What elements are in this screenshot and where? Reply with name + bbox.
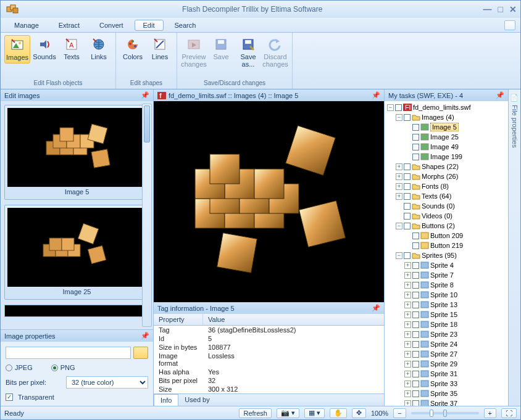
tree-checkbox[interactable] bbox=[404, 213, 411, 220]
tree-node[interactable]: +Sprite 18 bbox=[386, 319, 507, 329]
expander-icon[interactable]: + bbox=[396, 173, 402, 180]
tree-node[interactable]: +Sprite 8 bbox=[386, 280, 507, 290]
expander-icon[interactable]: − bbox=[387, 104, 394, 111]
zoom-in-button[interactable]: + bbox=[484, 408, 496, 418]
menu-edit[interactable]: Edit bbox=[135, 20, 164, 31]
menu-convert[interactable]: Convert bbox=[91, 20, 132, 31]
tree-checkbox[interactable] bbox=[412, 331, 419, 338]
menu-extract[interactable]: Extract bbox=[50, 20, 88, 31]
tree-node[interactable]: +Sprite 35 bbox=[386, 389, 507, 398]
tree-checkbox[interactable] bbox=[412, 361, 419, 368]
tree-checkbox[interactable] bbox=[412, 124, 419, 131]
taginfo-col-value[interactable]: Value bbox=[203, 314, 230, 325]
close-icon[interactable]: ✕ bbox=[509, 4, 517, 14]
transparent-checkbox[interactable]: ✓ bbox=[6, 393, 13, 401]
tree-checkbox[interactable] bbox=[412, 390, 419, 397]
tree-checkbox[interactable] bbox=[412, 321, 419, 328]
tree-checkbox[interactable] bbox=[404, 252, 411, 259]
expander-icon[interactable]: + bbox=[404, 341, 411, 348]
tree-checkbox[interactable] bbox=[412, 302, 419, 308]
tree-checkbox[interactable] bbox=[412, 381, 419, 387]
pin-icon[interactable]: 📌 bbox=[496, 91, 504, 99]
tree-node[interactable]: +Morphs (26) bbox=[386, 171, 507, 181]
tree-node[interactable]: −Sprites (95) bbox=[386, 250, 507, 260]
expander-icon[interactable]: + bbox=[404, 331, 411, 338]
tree-node[interactable]: +Sprite 27 bbox=[386, 349, 507, 359]
expander-icon[interactable] bbox=[396, 213, 402, 220]
tree-node[interactable]: +Sprite 23 bbox=[386, 329, 507, 339]
expander-icon[interactable]: − bbox=[396, 223, 402, 229]
ribbon-preview-button[interactable]: Preview changes bbox=[181, 35, 207, 70]
ribbon-colors-button[interactable]: Colors bbox=[120, 35, 146, 62]
bpp-select[interactable]: 32 (true color) bbox=[66, 376, 148, 389]
tree[interactable]: −Flfd_demo_limits.swf−Images (4)Image 5I… bbox=[385, 101, 508, 406]
tree-checkbox[interactable] bbox=[412, 144, 419, 150]
tree-node[interactable]: +Sprite 31 bbox=[386, 369, 507, 379]
expander-icon[interactable] bbox=[396, 203, 402, 210]
maximize-icon[interactable]: □ bbox=[498, 4, 503, 14]
menu-search[interactable]: Search bbox=[166, 20, 205, 31]
expander-icon[interactable] bbox=[404, 242, 411, 249]
zoom-slider-handle[interactable] bbox=[443, 410, 447, 417]
expander-icon[interactable]: + bbox=[404, 381, 411, 387]
zoom-slider[interactable] bbox=[411, 412, 479, 414]
ribbon-sounds-button[interactable]: Sounds bbox=[31, 35, 57, 62]
tree-checkbox[interactable] bbox=[404, 203, 411, 210]
tree-node[interactable]: Button 209 bbox=[386, 231, 507, 241]
tree-node[interactable]: +Sprite 13 bbox=[386, 300, 507, 310]
tree-node[interactable]: −Buttons (2) bbox=[386, 221, 507, 231]
expander-icon[interactable]: + bbox=[404, 272, 411, 279]
tree-node[interactable]: Videos (0) bbox=[386, 211, 507, 221]
tab-info[interactable]: Info bbox=[154, 394, 178, 406]
expander-icon[interactable] bbox=[404, 233, 411, 239]
tree-checkbox[interactable] bbox=[412, 351, 419, 358]
tree-checkbox[interactable] bbox=[412, 154, 419, 160]
expander-icon[interactable]: + bbox=[404, 262, 411, 269]
customize-button[interactable] bbox=[504, 20, 515, 30]
tree-checkbox[interactable] bbox=[412, 292, 419, 299]
tree-checkbox[interactable] bbox=[404, 223, 411, 229]
expander-icon[interactable]: + bbox=[396, 193, 402, 200]
tree-checkbox[interactable] bbox=[395, 104, 402, 111]
tree-node[interactable]: Image 49 bbox=[386, 142, 507, 152]
expander-icon[interactable]: + bbox=[404, 400, 411, 406]
view-mode-button[interactable]: ▦▾ bbox=[304, 408, 325, 418]
tree-node[interactable]: +Sprite 24 bbox=[386, 339, 507, 349]
tab-usedby[interactable]: Used by bbox=[178, 394, 215, 406]
expander-icon[interactable]: + bbox=[404, 292, 411, 299]
tree-node[interactable]: +Sprite 7 bbox=[386, 270, 507, 280]
ribbon-links-button[interactable]: Links bbox=[86, 35, 112, 62]
tree-checkbox[interactable] bbox=[412, 371, 419, 377]
tree-node[interactable]: Image 25 bbox=[386, 132, 507, 142]
tree-node[interactable]: +Shapes (22) bbox=[386, 162, 507, 171]
tree-node[interactable]: +Sprite 33 bbox=[386, 379, 507, 389]
hand-button[interactable]: ✋ bbox=[330, 408, 347, 418]
tree-checkbox[interactable] bbox=[412, 311, 419, 318]
tree-checkbox[interactable] bbox=[412, 272, 419, 279]
expander-icon[interactable]: − bbox=[396, 252, 402, 259]
ribbon-texts-button[interactable]: A Texts bbox=[59, 35, 85, 62]
minimize-icon[interactable]: — bbox=[483, 4, 492, 14]
tree-node[interactable]: Sounds (0) bbox=[386, 201, 507, 211]
ribbon-lines-button[interactable]: Lines bbox=[147, 35, 173, 62]
tree-node[interactable]: +Sprite 37 bbox=[386, 398, 507, 406]
tree-checkbox[interactable] bbox=[412, 242, 419, 249]
tree-node[interactable]: −Flfd_demo_limits.swf bbox=[386, 102, 507, 112]
refresh-button[interactable]: Refresh bbox=[239, 408, 272, 418]
pin-icon[interactable]: 📌 bbox=[141, 91, 149, 99]
expander-icon[interactable]: + bbox=[404, 321, 411, 328]
file-properties-tab[interactable]: 📄 File properties bbox=[508, 89, 520, 406]
tree-node[interactable]: +Sprite 29 bbox=[386, 359, 507, 369]
tree-node[interactable]: Button 219 bbox=[386, 241, 507, 250]
ribbon-discard-button[interactable]: Discard changes bbox=[262, 35, 288, 70]
expander-icon[interactable]: + bbox=[396, 163, 402, 170]
tree-checkbox[interactable] bbox=[404, 114, 411, 121]
tree-node[interactable]: Image 5 bbox=[386, 122, 507, 132]
tree-node[interactable]: +Sprite 10 bbox=[386, 290, 507, 300]
zoom-slider-marker[interactable] bbox=[430, 410, 433, 417]
thumbs-scrollbar[interactable] bbox=[142, 104, 152, 327]
expander-icon[interactable]: − bbox=[396, 114, 402, 121]
expander-icon[interactable]: + bbox=[404, 351, 411, 358]
expander-icon[interactable] bbox=[404, 124, 411, 131]
ribbon-saveas-button[interactable]: Save as... bbox=[235, 35, 261, 70]
